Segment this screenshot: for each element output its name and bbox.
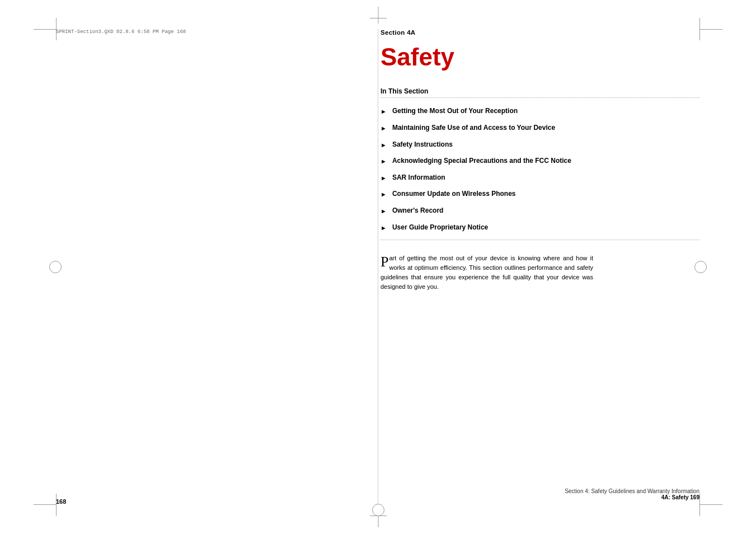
toc-item-3: ► Safety Instructions: [381, 140, 699, 149]
toc-item-5: ► SAR Information: [381, 174, 699, 182]
toc-item-label-1: Getting the Most Out of Your Reception: [392, 107, 518, 116]
registration-circle-bottom: [372, 504, 384, 516]
toc-item-label-2: Maintaining Safe Use of and Access to Yo…: [392, 124, 555, 133]
toc-item-7: ► Owner's Record: [381, 207, 699, 216]
toc-arrow-3: ►: [381, 141, 387, 149]
toc-item-6: ► Consumer Update on Wireless Phones: [381, 190, 699, 199]
file-header: SPRINT-Section3.QXD 02.8.6 6:58 PM Page …: [56, 29, 186, 35]
toc-arrow-2: ►: [381, 124, 387, 132]
toc-item-label-4: Acknowledging Special Precautions and th…: [392, 157, 571, 166]
footer: Section 4: Safety Guidelines and Warrant…: [565, 488, 699, 500]
crop-mark-tl-h: [34, 29, 56, 30]
body-paragraph: art of getting the most out of your devi…: [381, 255, 593, 290]
toc-arrow-5: ►: [381, 174, 387, 182]
toc-arrow-1: ►: [381, 107, 387, 115]
footer-line1: Section 4: Safety Guidelines and Warrant…: [565, 488, 699, 494]
toc-arrow-4: ►: [381, 157, 387, 165]
crop-mark-top-v: [378, 7, 378, 24]
toc-item-8: ► User Guide Proprietary Notice: [381, 223, 699, 232]
toc-arrow-6: ►: [381, 190, 387, 198]
toc-list: ► Getting the Most Out of Your Reception…: [381, 107, 699, 232]
toc-arrow-7: ►: [381, 207, 387, 215]
crop-mark-tr-v: [699, 18, 700, 40]
drop-cap: P: [381, 255, 388, 269]
footer-line2: 4A: Safety 169: [565, 494, 699, 500]
toc-item-label-8: User Guide Proprietary Notice: [392, 223, 488, 232]
toc-item-label-6: Consumer Update on Wireless Phones: [392, 190, 516, 199]
section-divider-top: [381, 97, 699, 98]
page-divider: [378, 29, 378, 505]
body-text: Part of getting the most out of your dev…: [381, 254, 593, 292]
left-page: SPRINT-Section3.QXD 02.8.6 6:58 PM Page …: [56, 29, 330, 505]
left-page-number: 168: [56, 498, 66, 505]
crop-mark-br-v: [699, 494, 700, 516]
toc-item-1: ► Getting the Most Out of Your Reception: [381, 107, 699, 116]
section-title: Safety: [381, 44, 699, 71]
in-this-section-header: In This Section: [381, 87, 699, 95]
toc-arrow-8: ►: [381, 224, 387, 232]
crop-mark-tr-h: [700, 29, 722, 30]
section-divider-bottom: [381, 240, 699, 240]
right-page: Section 4A Safety In This Section ► Gett…: [381, 29, 699, 505]
section-label: Section 4A: [381, 29, 699, 36]
toc-item-label-5: SAR Information: [392, 174, 445, 182]
crop-mark-br-h: [700, 504, 722, 505]
crop-mark-bl-h: [34, 504, 56, 505]
toc-item-label-7: Owner's Record: [392, 207, 444, 216]
toc-item-4: ► Acknowledging Special Precautions and …: [381, 157, 699, 166]
toc-item-2: ► Maintaining Safe Use of and Access to …: [381, 124, 699, 133]
toc-item-label-3: Safety Instructions: [392, 140, 453, 149]
